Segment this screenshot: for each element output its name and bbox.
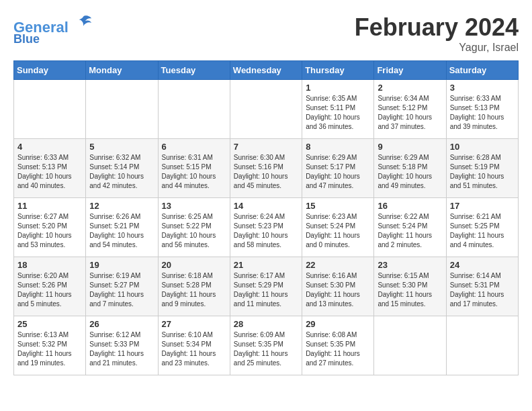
day-number: 3	[450, 83, 515, 93]
weekday-header-saturday: Saturday	[446, 61, 518, 80]
day-info: Sunrise: 6:32 AM Sunset: 5:14 PM Dayligh…	[89, 153, 154, 191]
logo: General Blue	[13, 13, 93, 46]
location: Yagur, Israel	[355, 42, 519, 54]
day-info: Sunrise: 6:13 AM Sunset: 5:32 PM Dayligh…	[17, 330, 82, 368]
day-number: 2	[378, 83, 442, 93]
calendar-cell: 5Sunrise: 6:32 AM Sunset: 5:14 PM Daylig…	[86, 139, 158, 198]
day-number: 8	[306, 142, 370, 152]
weekday-header-thursday: Thursday	[302, 61, 374, 80]
day-number: 25	[17, 319, 82, 329]
day-number: 22	[306, 260, 370, 270]
calendar-cell: 15Sunrise: 6:23 AM Sunset: 5:24 PM Dayli…	[302, 198, 374, 257]
weekday-header-wednesday: Wednesday	[230, 61, 302, 80]
calendar-week-4: 18Sunrise: 6:20 AM Sunset: 5:26 PM Dayli…	[14, 257, 519, 316]
day-number: 21	[234, 260, 298, 270]
day-number: 18	[17, 260, 82, 270]
calendar-cell	[14, 80, 86, 139]
calendar-cell	[230, 80, 302, 139]
day-number: 4	[17, 142, 82, 152]
calendar-week-5: 25Sunrise: 6:13 AM Sunset: 5:32 PM Dayli…	[14, 316, 519, 375]
weekday-header-monday: Monday	[86, 61, 158, 80]
day-number: 10	[450, 142, 515, 152]
day-info: Sunrise: 6:12 AM Sunset: 5:33 PM Dayligh…	[89, 330, 154, 368]
day-number: 23	[378, 260, 442, 270]
calendar-cell: 2Sunrise: 6:34 AM Sunset: 5:12 PM Daylig…	[374, 80, 446, 139]
day-number: 27	[162, 319, 226, 329]
calendar-cell: 17Sunrise: 6:21 AM Sunset: 5:25 PM Dayli…	[446, 198, 518, 257]
calendar-cell: 27Sunrise: 6:10 AM Sunset: 5:34 PM Dayli…	[158, 316, 230, 375]
calendar-cell: 24Sunrise: 6:14 AM Sunset: 5:31 PM Dayli…	[446, 257, 518, 316]
day-info: Sunrise: 6:35 AM Sunset: 5:11 PM Dayligh…	[306, 94, 370, 132]
calendar-cell: 20Sunrise: 6:18 AM Sunset: 5:28 PM Dayli…	[158, 257, 230, 316]
day-number: 29	[306, 319, 370, 329]
day-number: 1	[306, 83, 370, 93]
calendar-cell: 8Sunrise: 6:29 AM Sunset: 5:17 PM Daylig…	[302, 139, 374, 198]
calendar-cell: 6Sunrise: 6:31 AM Sunset: 5:15 PM Daylig…	[158, 139, 230, 198]
day-number: 15	[306, 201, 370, 211]
day-info: Sunrise: 6:15 AM Sunset: 5:30 PM Dayligh…	[378, 271, 442, 309]
calendar-cell: 21Sunrise: 6:17 AM Sunset: 5:29 PM Dayli…	[230, 257, 302, 316]
day-info: Sunrise: 6:30 AM Sunset: 5:16 PM Dayligh…	[234, 153, 298, 191]
day-info: Sunrise: 6:08 AM Sunset: 5:35 PM Dayligh…	[306, 330, 370, 368]
weekday-row: SundayMondayTuesdayWednesdayThursdayFrid…	[14, 61, 519, 80]
day-number: 11	[17, 201, 82, 211]
day-info: Sunrise: 6:21 AM Sunset: 5:25 PM Dayligh…	[450, 212, 515, 250]
calendar-week-1: 1Sunrise: 6:35 AM Sunset: 5:11 PM Daylig…	[14, 80, 519, 139]
calendar-week-2: 4Sunrise: 6:33 AM Sunset: 5:13 PM Daylig…	[14, 139, 519, 198]
day-number: 19	[89, 260, 154, 270]
day-info: Sunrise: 6:17 AM Sunset: 5:29 PM Dayligh…	[234, 271, 298, 309]
day-info: Sunrise: 6:24 AM Sunset: 5:23 PM Dayligh…	[234, 212, 298, 250]
day-number: 26	[89, 319, 154, 329]
calendar-cell: 12Sunrise: 6:26 AM Sunset: 5:21 PM Dayli…	[86, 198, 158, 257]
weekday-header-sunday: Sunday	[14, 61, 86, 80]
day-info: Sunrise: 6:29 AM Sunset: 5:18 PM Dayligh…	[378, 153, 442, 191]
calendar-cell: 4Sunrise: 6:33 AM Sunset: 5:13 PM Daylig…	[14, 139, 86, 198]
page-header: General Blue February 2024 Yagur, Israel	[13, 13, 519, 54]
day-number: 7	[234, 142, 298, 152]
day-number: 13	[162, 201, 226, 211]
day-number: 17	[450, 201, 515, 211]
day-number: 24	[450, 260, 515, 270]
day-number: 20	[162, 260, 226, 270]
day-info: Sunrise: 6:29 AM Sunset: 5:17 PM Dayligh…	[306, 153, 370, 191]
day-info: Sunrise: 6:31 AM Sunset: 5:15 PM Dayligh…	[162, 153, 226, 191]
title-area: February 2024 Yagur, Israel	[355, 13, 519, 54]
calendar-cell: 9Sunrise: 6:29 AM Sunset: 5:18 PM Daylig…	[374, 139, 446, 198]
calendar-week-3: 11Sunrise: 6:27 AM Sunset: 5:20 PM Dayli…	[14, 198, 519, 257]
day-number: 16	[378, 201, 442, 211]
month-title: February 2024	[355, 13, 519, 42]
day-number: 5	[89, 142, 154, 152]
calendar-header: SundayMondayTuesdayWednesdayThursdayFrid…	[14, 61, 519, 80]
calendar-cell: 13Sunrise: 6:25 AM Sunset: 5:22 PM Dayli…	[158, 198, 230, 257]
day-info: Sunrise: 6:34 AM Sunset: 5:12 PM Dayligh…	[378, 94, 442, 132]
day-number: 14	[234, 201, 298, 211]
calendar-cell: 22Sunrise: 6:16 AM Sunset: 5:30 PM Dayli…	[302, 257, 374, 316]
calendar-cell: 29Sunrise: 6:08 AM Sunset: 5:35 PM Dayli…	[302, 316, 374, 375]
calendar-cell: 26Sunrise: 6:12 AM Sunset: 5:33 PM Dayli…	[86, 316, 158, 375]
day-info: Sunrise: 6:22 AM Sunset: 5:24 PM Dayligh…	[378, 212, 442, 250]
day-number: 6	[162, 142, 226, 152]
calendar-cell: 3Sunrise: 6:33 AM Sunset: 5:13 PM Daylig…	[446, 80, 518, 139]
calendar-cell: 16Sunrise: 6:22 AM Sunset: 5:24 PM Dayli…	[374, 198, 446, 257]
day-number: 9	[378, 142, 442, 152]
calendar-cell: 7Sunrise: 6:30 AM Sunset: 5:16 PM Daylig…	[230, 139, 302, 198]
calendar-cell: 23Sunrise: 6:15 AM Sunset: 5:30 PM Dayli…	[374, 257, 446, 316]
day-info: Sunrise: 6:20 AM Sunset: 5:26 PM Dayligh…	[17, 271, 82, 309]
calendar-cell	[86, 80, 158, 139]
day-number: 28	[234, 319, 298, 329]
calendar-cell: 18Sunrise: 6:20 AM Sunset: 5:26 PM Dayli…	[14, 257, 86, 316]
day-info: Sunrise: 6:18 AM Sunset: 5:28 PM Dayligh…	[162, 271, 226, 309]
day-info: Sunrise: 6:33 AM Sunset: 5:13 PM Dayligh…	[17, 153, 82, 191]
calendar-cell: 25Sunrise: 6:13 AM Sunset: 5:32 PM Dayli…	[14, 316, 86, 375]
calendar-cell: 11Sunrise: 6:27 AM Sunset: 5:20 PM Dayli…	[14, 198, 86, 257]
weekday-header-tuesday: Tuesday	[158, 61, 230, 80]
day-info: Sunrise: 6:33 AM Sunset: 5:13 PM Dayligh…	[450, 94, 515, 132]
day-info: Sunrise: 6:16 AM Sunset: 5:30 PM Dayligh…	[306, 271, 370, 309]
calendar-table: SundayMondayTuesdayWednesdayThursdayFrid…	[13, 60, 519, 375]
day-info: Sunrise: 6:09 AM Sunset: 5:35 PM Dayligh…	[234, 330, 298, 368]
calendar-cell	[374, 316, 446, 375]
calendar-cell: 1Sunrise: 6:35 AM Sunset: 5:11 PM Daylig…	[302, 80, 374, 139]
day-info: Sunrise: 6:25 AM Sunset: 5:22 PM Dayligh…	[162, 212, 226, 250]
day-info: Sunrise: 6:14 AM Sunset: 5:31 PM Dayligh…	[450, 271, 515, 309]
calendar-body: 1Sunrise: 6:35 AM Sunset: 5:11 PM Daylig…	[14, 80, 519, 375]
